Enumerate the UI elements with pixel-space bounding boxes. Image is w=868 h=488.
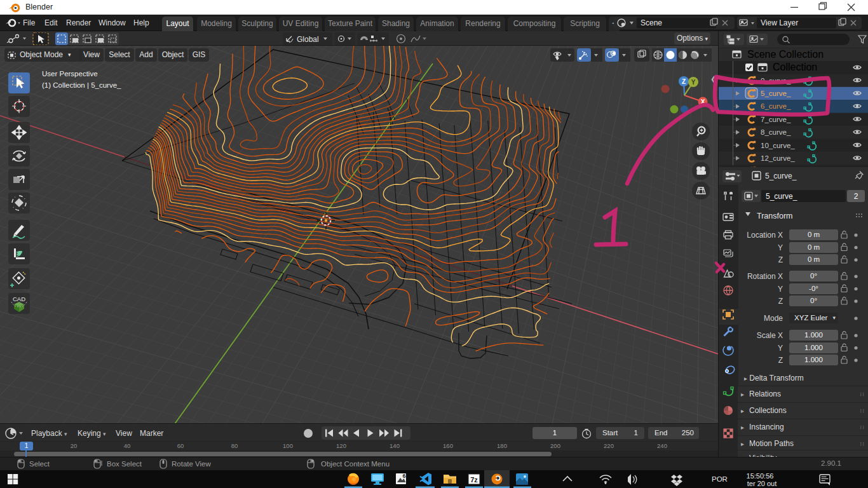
svg-text:Box Select: Box Select	[107, 460, 142, 468]
svg-text:Z: Z	[682, 78, 686, 85]
svg-text:Scene: Scene	[641, 18, 662, 27]
svg-text:Object Context Menu: Object Context Menu	[321, 460, 390, 468]
svg-text:CAD: CAD	[13, 295, 25, 302]
svg-text:6: 6	[402, 473, 405, 479]
svg-text:Collection: Collection	[773, 62, 817, 72]
svg-text:2: 2	[854, 192, 858, 201]
svg-text:6_curve_: 6_curve_	[761, 102, 791, 110]
svg-text:❮: ❮	[710, 75, 716, 83]
svg-text:15:50:56: 15:50:56	[747, 472, 774, 480]
svg-text:Select: Select	[29, 460, 50, 468]
svg-text:Scene Collection: Scene Collection	[747, 49, 824, 60]
svg-text:5_curve_: 5_curve_	[766, 192, 797, 201]
svg-text:X: X	[701, 98, 705, 105]
svg-text:7z: 7z	[470, 476, 478, 484]
svg-text:Y: Y	[691, 79, 696, 86]
svg-text:12_curve_: 12_curve_	[761, 154, 795, 162]
svg-text:Transform: Transform	[757, 212, 793, 220]
svg-text:View Layer: View Layer	[761, 18, 798, 27]
svg-text:Rotate View: Rotate View	[172, 460, 211, 468]
svg-text:0_curve_: 0_curve_	[761, 77, 791, 85]
svg-text:10_curve_: 10_curve_	[761, 142, 795, 149]
svg-text:5_curve_: 5_curve_	[761, 90, 791, 97]
svg-text:5_curve_: 5_curve_	[765, 172, 797, 180]
svg-text:8_curve_: 8_curve_	[761, 128, 791, 136]
svg-text:Global: Global	[297, 35, 319, 44]
svg-text:7_curve_: 7_curve_	[761, 116, 791, 123]
svg-text:ter 20 out: ter 20 out	[747, 480, 776, 487]
svg-text:POR: POR	[712, 475, 728, 483]
